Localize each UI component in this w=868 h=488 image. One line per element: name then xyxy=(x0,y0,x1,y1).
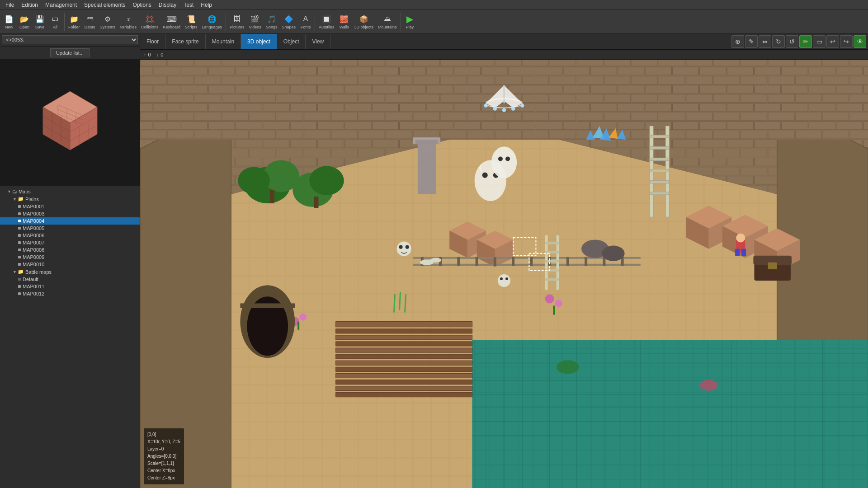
view-btn-redo[interactable]: ↪ xyxy=(840,35,853,48)
datas-icon: 🗃 xyxy=(85,14,95,24)
view-btn-cursor[interactable]: ⊕ xyxy=(731,35,744,48)
menu-test[interactable]: Test xyxy=(180,1,197,9)
tab-view-bar: Floor Face sprite Mountain 3D object Obj… xyxy=(140,33,868,50)
toolbar-systems[interactable]: ⚙ Systems xyxy=(98,13,118,30)
tab-view[interactable]: View xyxy=(306,34,330,49)
menu-help[interactable]: Help xyxy=(197,1,216,9)
toolbar-keyboard[interactable]: ⌨ Keyboard xyxy=(161,13,182,30)
folder-label: Folder xyxy=(68,25,80,29)
view-btn-pencil[interactable]: ✎ xyxy=(745,35,758,48)
info-line2: X=10r, Y=0, Z=5 xyxy=(147,438,180,446)
tree-map-0008[interactable]: MAP0008 xyxy=(0,246,140,253)
save-label: Save xyxy=(35,25,45,29)
tree-map-0001[interactable]: MAP0001 xyxy=(0,203,140,210)
tree-group-plains[interactable]: ▼ 📁 Plains xyxy=(0,195,140,203)
svg-point-151 xyxy=(545,294,554,303)
toolbar-collisions[interactable]: 💢 Collisions xyxy=(139,13,160,30)
menu-edition[interactable]: Edition xyxy=(18,1,42,9)
view-btn-rotate-z[interactable]: ↺ xyxy=(786,35,798,48)
menu-file[interactable]: File xyxy=(2,1,18,9)
view-btn-move[interactable]: ⇔ xyxy=(759,35,771,48)
menu-management[interactable]: Management xyxy=(42,1,80,9)
toolbar-walls[interactable]: 🧱 Walls xyxy=(337,13,351,30)
view-btn-eye[interactable]: 👁 xyxy=(854,35,866,48)
toolbar-scripts[interactable]: 📜 Scripts xyxy=(183,13,199,30)
toolbar-videos[interactable]: 🎬 Videos xyxy=(247,13,263,30)
tree-map-0005[interactable]: MAP0005 xyxy=(0,225,140,232)
svg-line-168 xyxy=(394,294,395,312)
map-0001-label: MAP0001 xyxy=(23,204,44,209)
tree-map-0003[interactable]: MAP0003 xyxy=(0,210,140,217)
plains-arrow: ▼ xyxy=(13,197,17,202)
toolbar-variables[interactable]: 𝑥 Variables xyxy=(118,13,138,30)
svg-rect-59 xyxy=(336,348,472,352)
scripts-label: Scripts xyxy=(185,25,198,29)
tree-map-0004[interactable]: MAP0004 xyxy=(0,217,140,225)
svg-rect-63 xyxy=(336,373,472,378)
tree-root-maps[interactable]: ▼ 🗂 Maps xyxy=(0,188,140,195)
svg-point-162 xyxy=(430,258,441,263)
tree-map-0007[interactable]: MAP0007 xyxy=(0,239,140,246)
divider-4 xyxy=(401,13,401,31)
tree-map-0012[interactable]: MAP0012 xyxy=(0,290,140,297)
svg-rect-143 xyxy=(545,260,559,263)
tree-map-0010[interactable]: MAP0010 xyxy=(0,261,140,268)
view-btn-draw[interactable]: ✏ xyxy=(799,35,812,48)
divider-3 xyxy=(315,13,315,31)
svg-point-120 xyxy=(482,173,488,178)
pos-x-item: ↑ 0 xyxy=(144,52,151,57)
toolbar-languages[interactable]: 🌐 Languages xyxy=(200,13,224,30)
map-0010-label: MAP0010 xyxy=(23,262,44,267)
toolbar-shapes[interactable]: 🔷 Shapes xyxy=(280,13,297,30)
view-btn-rect[interactable]: ▭ xyxy=(813,35,826,48)
svg-rect-65 xyxy=(336,386,472,391)
map-viewport[interactable]: [0,0] X=10r, Y=0, Z=5 Layer=0 Angles=[0,… xyxy=(140,60,868,488)
menu-options[interactable]: Options xyxy=(129,1,155,9)
variables-icon: 𝑥 xyxy=(123,14,133,24)
map-bullet-default xyxy=(18,278,21,281)
tree-map-0009[interactable]: MAP0009 xyxy=(0,253,140,261)
tab-3d-object[interactable]: 3D object xyxy=(241,34,277,49)
pos-bar: ↑ 0 ↑ 0 xyxy=(140,50,868,60)
toolbar-folder[interactable]: 📁 Folder xyxy=(66,13,82,30)
tree-map-0011[interactable]: MAP0011 xyxy=(0,283,140,290)
svg-point-69 xyxy=(238,167,269,194)
toolbar-songs[interactable]: 🎵 Songs xyxy=(264,13,279,30)
toolbar-fonts[interactable]: A Fonts xyxy=(298,13,313,30)
map-select[interactable]: <>0053: xyxy=(2,35,138,44)
svg-point-84 xyxy=(520,104,524,108)
svg-point-155 xyxy=(299,314,307,321)
info-line4: Angles=[0,0,0] xyxy=(147,453,180,460)
svg-rect-62 xyxy=(336,367,472,371)
toolbar-open[interactable]: 📂 Open xyxy=(17,13,32,30)
toolbar-3dobjects[interactable]: 📦 3D objects xyxy=(352,13,375,30)
tree-map-default[interactable]: Default xyxy=(0,276,140,283)
tab-face-sprite[interactable]: Face sprite xyxy=(165,34,205,49)
all-icon: 🗂 xyxy=(50,14,61,24)
plains-folder-icon: 📁 xyxy=(18,196,24,202)
tab-floor[interactable]: Floor xyxy=(140,34,165,49)
toolbar-all[interactable]: 🗂 All xyxy=(48,13,62,30)
tree-group-battlemaps[interactable]: ▼ 📁 Battle maps xyxy=(0,268,140,276)
view-btn-rotate-x[interactable]: ↻ xyxy=(772,35,785,48)
toolbar-save[interactable]: 💾 Save xyxy=(33,13,47,30)
tab-object[interactable]: Object xyxy=(277,34,306,49)
svg-point-81 xyxy=(493,107,497,111)
pos-y-value: 0 xyxy=(160,52,163,57)
toolbar-new[interactable]: 📄 New xyxy=(2,13,16,30)
update-list-button[interactable]: Update list... xyxy=(50,48,90,57)
svg-rect-160 xyxy=(741,249,746,256)
view-btn-undo[interactable]: ↩ xyxy=(826,35,839,48)
toolbar-pictures[interactable]: 🖼 Pictures xyxy=(228,13,246,30)
menu-display[interactable]: Display xyxy=(155,1,180,9)
toolbar-datas[interactable]: 🗃 Datas xyxy=(83,13,97,30)
tree-map-0006[interactable]: MAP0006 xyxy=(0,232,140,239)
svg-rect-57 xyxy=(336,335,472,340)
toolbar-autotiles[interactable]: 🔲 Autotiles xyxy=(317,13,336,30)
toolbar-play[interactable]: ▶ Play xyxy=(403,13,417,30)
tab-mountain[interactable]: Mountain xyxy=(206,34,241,49)
menu-special-elements[interactable]: Special elements xyxy=(80,1,129,9)
open-label: Open xyxy=(19,25,29,29)
toolbar-mountains[interactable]: ⛰ Mountains xyxy=(376,13,399,30)
svg-point-123 xyxy=(498,156,503,161)
